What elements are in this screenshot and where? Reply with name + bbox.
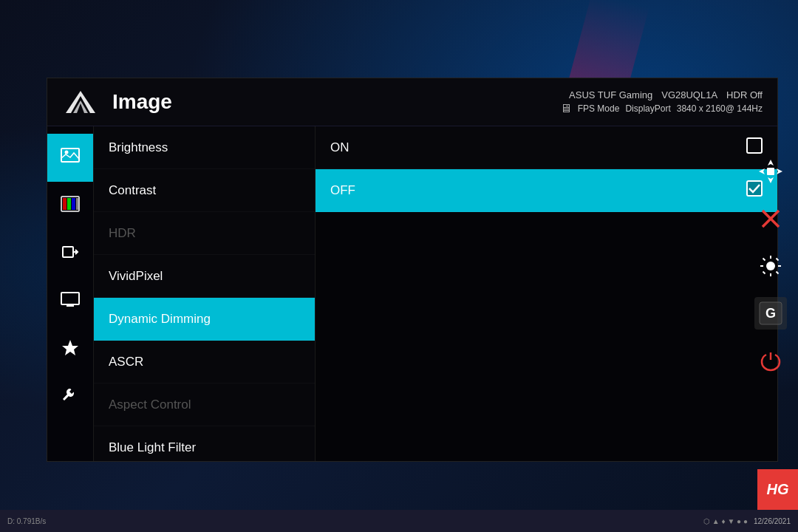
- sidebar: [47, 126, 94, 461]
- header-info-bottom: 🖥 FPS Mode DisplayPort 3840 x 2160@ 144H…: [560, 102, 763, 115]
- asus-logo-icon: [62, 87, 99, 117]
- svg-rect-10: [61, 293, 79, 304]
- svg-rect-7: [72, 198, 75, 210]
- checkbox-unchecked-icon: [746, 137, 763, 157]
- taskbar: D: 0.791B/s ⬡ ▲ ♦ ▼ ● ● 12/26/2021: [0, 510, 798, 532]
- page-title: Image: [112, 90, 560, 114]
- svg-marker-16: [768, 160, 774, 166]
- connection-type: DisplayPort: [625, 103, 670, 114]
- wrench-icon: [61, 387, 79, 409]
- image-icon: [61, 148, 80, 168]
- svg-rect-5: [63, 198, 66, 210]
- navigation-button[interactable]: [754, 155, 787, 188]
- gamevisual-button[interactable]: G: [754, 297, 787, 330]
- svg-line-28: [763, 259, 765, 261]
- monitor-model: ASUS TUF Gaming: [569, 89, 652, 100]
- menu-item-hdr[interactable]: HDR: [94, 212, 315, 255]
- sidebar-item-input[interactable]: [47, 230, 93, 278]
- osd-header: Image ASUS TUF Gaming VG28UQL1A HDR Off …: [47, 78, 777, 126]
- resolution: 3840 x 2160@ 144Hz: [677, 103, 763, 114]
- contrast-label: Contrast: [109, 183, 156, 198]
- svg-line-31: [763, 272, 765, 274]
- svg-text:G: G: [765, 306, 776, 321]
- menu-item-ascr[interactable]: ASCR: [94, 341, 315, 383]
- osd-window: Image ASUS TUF Gaming VG28UQL1A HDR Off …: [47, 78, 778, 462]
- hdr-status: HDR Off: [726, 89, 763, 100]
- hg-logo: HG: [757, 469, 798, 510]
- taskbar-right: ⬡ ▲ ♦ ▼ ● ● 12/26/2021: [703, 517, 791, 525]
- svg-rect-8: [76, 198, 78, 210]
- menu-item-blue-light-filter[interactable]: Blue Light Filter: [94, 426, 315, 461]
- aspect-control-label: Aspect Control: [109, 398, 191, 412]
- monitor-icon: 🖥: [560, 102, 572, 115]
- sidebar-item-settings[interactable]: [47, 374, 93, 422]
- svg-point-23: [766, 262, 775, 270]
- hdr-label: HDR: [109, 226, 136, 241]
- content-area: ON OFF: [316, 126, 777, 461]
- svg-marker-17: [768, 177, 774, 183]
- system-icon: [61, 292, 80, 313]
- taskbar-left-text: D: 0.791B/s: [7, 517, 46, 525]
- menu-item-contrast[interactable]: Contrast: [94, 169, 315, 212]
- svg-marker-18: [759, 168, 765, 174]
- monitor-name: VG28UQL1A: [661, 89, 717, 100]
- right-controls: G: [754, 155, 787, 377]
- ascr-label: ASCR: [109, 355, 143, 369]
- svg-line-29: [777, 272, 779, 274]
- header-info-top: ASUS TUF Gaming VG28UQL1A HDR Off: [569, 89, 763, 100]
- vividpixel-label: VividPixel: [109, 269, 163, 284]
- menu-item-aspect-control[interactable]: Aspect Control: [94, 383, 315, 426]
- menu-list: Brightness Contrast HDR VividPixel Dynam…: [94, 126, 316, 461]
- tray-icons: ⬡ ▲ ♦ ▼ ● ●: [703, 517, 748, 525]
- brightness-label: Brightness: [109, 140, 168, 155]
- svg-rect-9: [63, 247, 73, 257]
- svg-point-3: [65, 150, 69, 154]
- sidebar-item-image[interactable]: [47, 134, 93, 182]
- input-icon: [61, 244, 79, 265]
- off-option-row[interactable]: OFF: [316, 169, 777, 212]
- sidebar-item-favorite[interactable]: [47, 326, 93, 374]
- osd-body: Brightness Contrast HDR VividPixel Dynam…: [47, 126, 777, 461]
- svg-line-30: [777, 259, 779, 261]
- sidebar-item-color[interactable]: [47, 182, 93, 230]
- sidebar-item-system[interactable]: [47, 278, 93, 326]
- taskbar-clock: 12/26/2021: [754, 517, 791, 525]
- brightness-button[interactable]: [754, 250, 787, 282]
- on-option-row[interactable]: ON: [316, 126, 777, 169]
- header-info: ASUS TUF Gaming VG28UQL1A HDR Off 🖥 FPS …: [560, 89, 763, 115]
- svg-marker-13: [62, 340, 78, 355]
- menu-item-vividpixel[interactable]: VividPixel: [94, 255, 315, 298]
- blue-light-filter-label: Blue Light Filter: [109, 440, 196, 455]
- off-label: OFF: [330, 183, 746, 198]
- hg-logo-text: HG: [767, 481, 789, 498]
- dynamic-dimming-label: Dynamic Dimming: [109, 312, 211, 327]
- menu-item-dynamic-dimming[interactable]: Dynamic Dimming: [94, 298, 315, 341]
- fps-mode: FPS Mode: [578, 103, 620, 114]
- on-label: ON: [330, 140, 746, 155]
- star-icon: [61, 338, 80, 362]
- power-button[interactable]: [754, 344, 787, 377]
- svg-marker-19: [777, 168, 782, 174]
- svg-rect-20: [767, 168, 774, 175]
- close-button[interactable]: [754, 202, 787, 235]
- svg-rect-6: [67, 198, 71, 210]
- color-icon: [61, 196, 80, 216]
- svg-rect-14: [747, 138, 762, 153]
- menu-item-brightness[interactable]: Brightness: [94, 126, 315, 169]
